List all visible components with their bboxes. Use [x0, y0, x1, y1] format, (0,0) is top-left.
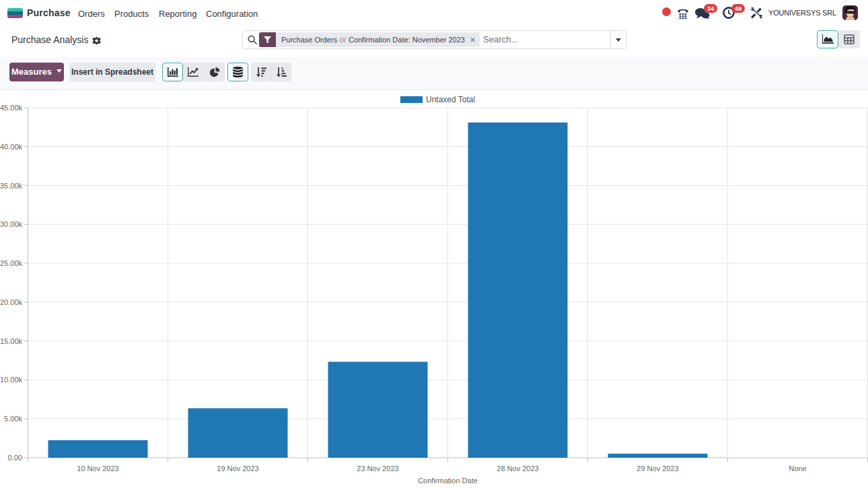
svg-text:Confirmation Date: Confirmation Date [418, 477, 478, 485]
svg-text:5.00k: 5.00k [4, 415, 22, 423]
svg-text:20.00k: 20.00k [0, 298, 22, 306]
svg-text:45.00k: 45.00k [0, 104, 22, 112]
svg-text:25.00k: 25.00k [0, 259, 22, 267]
svg-text:10 Nov 2023: 10 Nov 2023 [77, 464, 118, 473]
svg-text:None: None [789, 464, 806, 473]
svg-text:28 Nov 2023: 28 Nov 2023 [497, 464, 538, 473]
svg-text:23 Nov 2023: 23 Nov 2023 [357, 464, 398, 473]
svg-text:15.00k: 15.00k [0, 337, 22, 345]
svg-text:0.00: 0.00 [8, 454, 22, 462]
svg-text:19 Nov 2023: 19 Nov 2023 [217, 464, 258, 473]
svg-text:35.00k: 35.00k [0, 182, 22, 190]
svg-text:Untaxed Total: Untaxed Total [426, 95, 475, 104]
svg-text:10.00k: 10.00k [0, 376, 22, 384]
svg-text:29 Nov 2023: 29 Nov 2023 [637, 464, 678, 473]
svg-text:40.00k: 40.00k [0, 143, 22, 151]
svg-text:30.00k: 30.00k [0, 220, 22, 228]
